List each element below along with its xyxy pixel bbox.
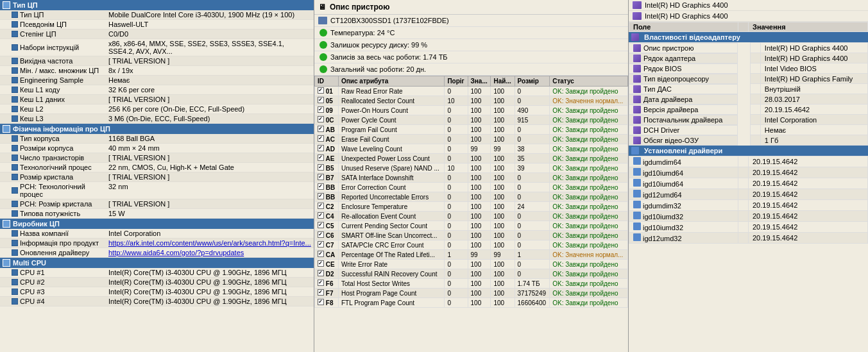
prop-key: Рядок адаптера xyxy=(629,53,738,63)
smart-id[interactable]: C2 xyxy=(315,202,339,212)
smart-id[interactable]: 05 xyxy=(315,96,339,106)
smart-threshold: 0 xyxy=(445,240,468,250)
smart-status: OK: Завжди пройдено xyxy=(550,289,628,298)
left-row-key-text: Кеш L1 коду xyxy=(20,86,60,94)
driver-icon xyxy=(633,201,641,208)
smart-checkbox[interactable] xyxy=(318,280,324,286)
smart-attr-name: Host Program Page Count xyxy=(339,289,445,298)
smart-checkbox[interactable] xyxy=(318,87,324,94)
gpu-item-0[interactable]: Intel(R) HD Graphics 4400 xyxy=(629,0,868,11)
smart-id[interactable]: F8 xyxy=(315,298,339,308)
smart-id[interactable]: 09 xyxy=(315,106,339,115)
smart-checkbox[interactable] xyxy=(318,299,324,305)
smart-checkbox[interactable] xyxy=(318,164,324,171)
gpu-icon xyxy=(633,1,642,9)
row-key-icon xyxy=(12,96,18,103)
smart-checkbox[interactable] xyxy=(318,193,324,199)
smart-id[interactable]: F7 xyxy=(315,289,339,298)
smart-checkbox[interactable] xyxy=(318,231,324,238)
smart-status: OK: Завжди пройдено xyxy=(550,192,628,202)
smart-checkbox[interactable] xyxy=(318,116,324,122)
left-row: Число транзисторів[ TRIAL VERSION ] xyxy=(0,153,314,163)
left-row-val[interactable]: https://ark.intel.com/content/www/us/en/… xyxy=(106,239,314,247)
smart-id[interactable]: BB xyxy=(315,192,339,202)
smart-id[interactable]: D2 xyxy=(315,269,339,279)
smart-id[interactable]: C5 xyxy=(315,221,339,231)
smart-checkbox[interactable] xyxy=(318,97,324,103)
left-row-key: Кеш L2 xyxy=(0,105,106,113)
smart-id[interactable]: 01 xyxy=(315,87,339,96)
smart-col-4: Най... xyxy=(491,76,515,87)
smart-attr-name: Program Fail Count xyxy=(339,125,445,135)
smart-checkbox[interactable] xyxy=(318,174,324,180)
section-header-1: Фізична інформація про ЦП xyxy=(0,124,314,134)
status-text: Записів за весь час роботи: 1.74 ТБ xyxy=(330,53,448,61)
driver-row: igd12umd6420.19.15.4642 xyxy=(629,189,868,200)
smart-id[interactable]: B7 xyxy=(315,173,339,183)
prop-val: Intel Video BIOS xyxy=(760,63,867,74)
left-row-key-text: Розміри корпуса xyxy=(20,144,73,152)
smart-size: 0 xyxy=(515,135,550,144)
left-row-key: РСН: Розмір кристала xyxy=(0,199,106,208)
smart-id[interactable]: CA xyxy=(315,250,339,260)
smart-checkbox[interactable] xyxy=(318,126,324,132)
smart-checkbox[interactable] xyxy=(318,260,324,267)
smart-id[interactable]: CE xyxy=(315,260,339,269)
row-key-icon xyxy=(12,135,18,142)
left-row-key-text: Кеш L1 даних xyxy=(20,96,65,103)
smart-size: 1 xyxy=(515,250,550,260)
smart-status: OK: Завжди пройдено xyxy=(550,173,628,183)
left-row: Оновлення драйверуhttp://www.aida64.com/… xyxy=(0,248,314,258)
prop-val: Intel(R) HD Graphics 4400 xyxy=(760,43,867,53)
driver-name: igd12umd32 xyxy=(641,235,682,242)
left-row-key: Інформація про продукт xyxy=(0,239,106,247)
status-text: Температура: 24 °C xyxy=(330,29,395,37)
property-row: Версія драйвера20.19.15.4642 xyxy=(629,105,868,115)
property-row: Тип відеопроцесоруIntel(R) HD Graphics F… xyxy=(629,74,868,84)
status-text: Загальний час роботи: 20 дн. xyxy=(330,65,426,73)
smart-id[interactable]: AB xyxy=(315,125,339,135)
smart-id[interactable]: AD xyxy=(315,144,339,154)
smart-id[interactable]: AC xyxy=(315,135,339,144)
smart-checkbox[interactable] xyxy=(318,289,324,296)
smart-checkbox[interactable] xyxy=(318,222,324,228)
left-row-val: 40 mm × 24 mm xyxy=(106,144,314,153)
smart-id[interactable]: C7 xyxy=(315,240,339,250)
smart-checkbox[interactable] xyxy=(318,145,324,151)
section-title: Тип ЦП xyxy=(13,1,38,9)
left-row-val: 15 W xyxy=(106,209,314,218)
row-key-icon xyxy=(12,210,18,217)
smart-id[interactable]: BB xyxy=(315,183,339,192)
smart-checkbox[interactable] xyxy=(318,106,324,113)
smart-status: OK: Завжди пройдено xyxy=(550,144,628,154)
smart-checkbox[interactable] xyxy=(318,135,324,142)
smart-size: 0 xyxy=(515,212,550,221)
smart-threshold: 0 xyxy=(445,87,468,96)
driver-mid xyxy=(738,178,749,189)
left-row-val: 32 nm xyxy=(106,182,314,199)
driver-mid xyxy=(738,167,749,178)
smart-id[interactable]: AE xyxy=(315,154,339,163)
smart-attr-name: Reported Uncorrectable Errors xyxy=(339,192,445,202)
smart-id[interactable]: 0C xyxy=(315,115,339,125)
smart-id[interactable]: B5 xyxy=(315,163,339,173)
smart-attr-name: Successful RAIN Recovery Count xyxy=(339,269,445,279)
row-key-icon xyxy=(12,279,18,285)
smart-id[interactable]: C6 xyxy=(315,231,339,240)
smart-checkbox[interactable] xyxy=(318,251,324,257)
smart-id[interactable]: F6 xyxy=(315,279,339,289)
right-col-header-2: Значення xyxy=(749,22,868,32)
smart-checkbox[interactable] xyxy=(318,203,324,209)
prop-mid xyxy=(750,105,760,115)
left-row-val[interactable]: http://www.aida64.com/goto/?p=drvupdates xyxy=(106,248,314,257)
gpu-item-1[interactable]: Intel(R) HD Graphics 4400 xyxy=(629,11,868,22)
right-panel: Intel(R) HD Graphics 4400Intel(R) HD Gra… xyxy=(629,0,868,352)
smart-checkbox[interactable] xyxy=(318,270,324,276)
smart-worst: 100 xyxy=(491,173,515,183)
smart-checkbox[interactable] xyxy=(318,212,324,219)
smart-checkbox[interactable] xyxy=(318,241,324,247)
smart-checkbox[interactable] xyxy=(318,183,324,190)
left-row-key: Кеш L3 xyxy=(0,114,106,123)
smart-id[interactable]: C4 xyxy=(315,212,339,221)
smart-checkbox[interactable] xyxy=(318,155,324,161)
